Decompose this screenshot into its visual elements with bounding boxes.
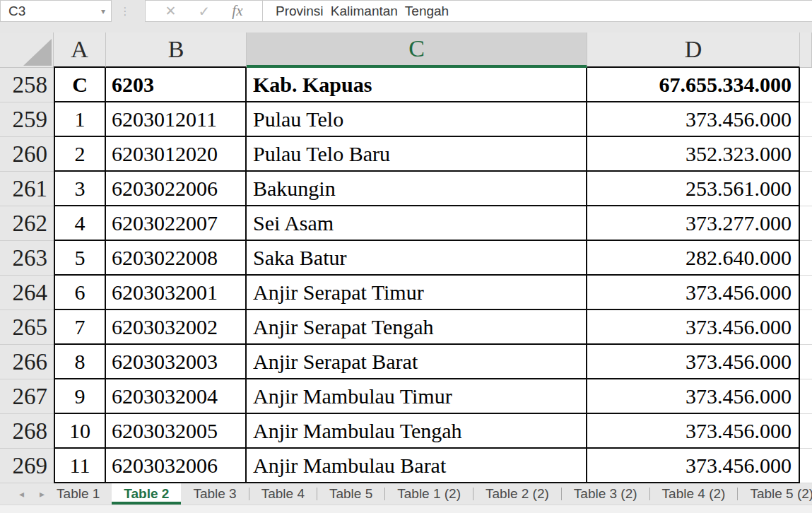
cell-a[interactable]: 10	[54, 414, 106, 449]
cell-b[interactable]: 6203032005	[106, 414, 247, 449]
cell-d[interactable]: 282.640.000	[587, 241, 800, 276]
insert-function-icon[interactable]: fx	[232, 2, 242, 20]
cell-c[interactable]: Bakungin	[247, 172, 587, 206]
sheet-tab-table-3-2-[interactable]: Table 3 (2)	[562, 483, 649, 505]
cell-d[interactable]: 67.655.334.000	[587, 68, 800, 102]
cell-d[interactable]: 373.456.000	[587, 310, 800, 345]
cell-c[interactable]: Anjir Mambulau Timur	[247, 379, 587, 414]
row-number[interactable]: 261	[0, 172, 54, 206]
cell-e[interactable]	[800, 449, 812, 483]
row-number[interactable]: 259	[0, 102, 54, 137]
cell-a[interactable]: 9	[54, 379, 106, 414]
column-header-c[interactable]: C	[247, 33, 587, 68]
sheet-nav-right-icon[interactable]: ▸	[40, 489, 45, 499]
cell-b[interactable]: 6203012011	[106, 102, 247, 137]
sheet-tab-table-4-2-[interactable]: Table 4 (2)	[650, 483, 738, 505]
cell-d[interactable]: 373.456.000	[587, 379, 800, 414]
sheet-tab-table-5-2-[interactable]: Table 5 (2)	[738, 483, 812, 505]
cell-d[interactable]: 373.456.000	[587, 345, 800, 379]
cell-d[interactable]: 253.561.000	[587, 172, 800, 206]
row-number[interactable]: 258	[0, 68, 54, 102]
row-number[interactable]: 263	[0, 241, 54, 276]
cell-b[interactable]: 6203012020	[106, 137, 247, 172]
cell-c[interactable]: Anjir Mambulau Tengah	[247, 414, 587, 449]
row-number[interactable]: 266	[0, 345, 54, 379]
cell-e[interactable]	[800, 172, 812, 206]
column-header-a[interactable]: A	[54, 33, 106, 68]
cell-c[interactable]: Pulau Telo Baru	[247, 137, 587, 172]
cell-b[interactable]: 6203032002	[106, 310, 247, 345]
formula-input[interactable]: Provinsi Kalimantan Tengah	[263, 0, 812, 22]
sheet-tab-table-3[interactable]: Table 3	[181, 483, 248, 505]
sheet-tab-table-1[interactable]: Table 1	[45, 483, 112, 505]
sheet-tab-table-5[interactable]: Table 5	[317, 483, 384, 505]
drag-handle-dots-icon[interactable]: ⋮	[120, 0, 130, 22]
cell-e[interactable]	[800, 310, 812, 345]
cell-e[interactable]	[800, 102, 812, 137]
cell-c[interactable]: Saka Batur	[247, 241, 587, 276]
cell-e[interactable]	[800, 137, 812, 172]
cell-a[interactable]: C	[54, 68, 106, 102]
cell-a[interactable]: 6	[54, 276, 106, 310]
cell-a[interactable]: 1	[54, 102, 106, 137]
cell-e[interactable]	[800, 68, 812, 102]
cell-a[interactable]: 5	[54, 241, 106, 276]
cell-c[interactable]: Anjir Serapat Barat	[247, 345, 587, 379]
cell-c[interactable]: Anjir Serapat Tengah	[247, 310, 587, 345]
cell-e[interactable]	[800, 276, 812, 310]
sheet-tab-table-4[interactable]: Table 4	[249, 483, 317, 505]
cell-a[interactable]: 11	[54, 449, 106, 483]
cell-d[interactable]: 373.456.000	[587, 102, 800, 137]
cell-b[interactable]: 6203032001	[106, 276, 247, 310]
sheet-tab-table-2-2-[interactable]: Table 2 (2)	[473, 483, 561, 505]
row-number[interactable]: 268	[0, 414, 54, 449]
sheet-nav-left-icon[interactable]: ◂	[19, 489, 24, 499]
cell-d[interactable]: 373.456.000	[587, 449, 800, 483]
cell-e[interactable]	[800, 241, 812, 276]
row-number[interactable]: 260	[0, 137, 54, 172]
cell-d[interactable]: 373.456.000	[587, 414, 800, 449]
cell-a[interactable]: 3	[54, 172, 106, 206]
cell-d[interactable]: 373.456.000	[587, 276, 800, 310]
cell-e[interactable]	[800, 414, 812, 449]
cell-b[interactable]: 6203	[106, 68, 247, 102]
cell-d[interactable]: 352.323.000	[587, 137, 800, 172]
cell-c[interactable]: Pulau Telo	[247, 102, 587, 137]
cell-c[interactable]: Anjir Mambulau Barat	[247, 449, 587, 483]
cell-b[interactable]: 6203022007	[106, 206, 247, 241]
enter-icon[interactable]: ✓	[198, 3, 210, 20]
cell-a[interactable]: 2	[54, 137, 106, 172]
cell-e[interactable]	[800, 206, 812, 241]
table-row: 264 6 6203032001 Anjir Serapat Timur 373…	[0, 276, 812, 310]
cell-d[interactable]: 373.277.000	[587, 206, 800, 241]
row-number[interactable]: 262	[0, 206, 54, 241]
column-header-d[interactable]: D	[587, 33, 800, 68]
row-number[interactable]: 265	[0, 310, 54, 345]
name-box[interactable]: C3 ▾	[0, 0, 112, 22]
sheet-tabs: Table 1Table 2Table 3Table 4Table 5Table…	[45, 483, 812, 505]
cell-c[interactable]: Sei Asam	[247, 206, 587, 241]
chevron-down-icon[interactable]: ▾	[101, 6, 105, 16]
cancel-icon[interactable]: ✕	[165, 3, 177, 19]
cell-a[interactable]: 7	[54, 310, 106, 345]
row-number[interactable]: 267	[0, 379, 54, 414]
cell-c[interactable]: Kab. Kapuas	[247, 68, 587, 102]
cell-b[interactable]: 6203022006	[106, 172, 247, 206]
cell-a[interactable]: 8	[54, 345, 106, 379]
cell-b[interactable]: 6203032006	[106, 449, 247, 483]
cell-b[interactable]: 6203032004	[106, 379, 247, 414]
column-header-e[interactable]	[800, 33, 812, 68]
cell-b[interactable]: 6203032003	[106, 345, 247, 379]
cell-a[interactable]: 4	[54, 206, 106, 241]
cell-e[interactable]	[800, 379, 812, 414]
cell-e[interactable]	[800, 345, 812, 379]
column-header-b[interactable]: B	[106, 33, 247, 68]
sheet-tab-table-2[interactable]: Table 2	[112, 483, 181, 505]
row-number[interactable]: 264	[0, 276, 54, 310]
select-all-corner[interactable]	[0, 33, 54, 68]
table-row: 266 8 6203032003 Anjir Serapat Barat 373…	[0, 345, 812, 379]
sheet-tab-table-1-2-[interactable]: Table 1 (2)	[385, 483, 473, 505]
cell-c[interactable]: Anjir Serapat Timur	[247, 276, 587, 310]
cell-b[interactable]: 6203022008	[106, 241, 247, 276]
row-number[interactable]: 269	[0, 449, 54, 483]
